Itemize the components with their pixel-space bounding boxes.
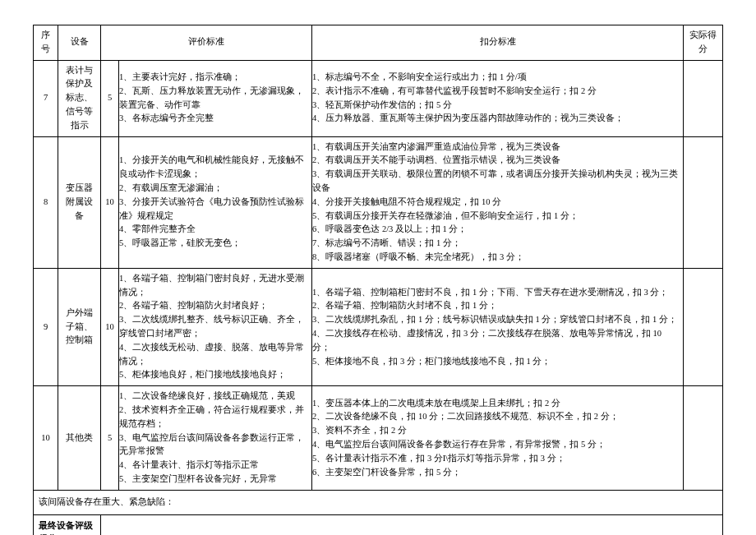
evaluation-table: 序号 设备 评价标准 扣分标准 实际得分 7表计与保护及标志、信号等指示51、主… [33,25,723,535]
cell-dev: 表计与保护及标志、信号等指示 [58,60,101,136]
cell-eval: 1、二次设备绝缘良好，接线正确规范，美观2、技术资料齐全正确，符合运行规程要求，… [119,386,312,491]
cell-dev: 户外端子箱、控制箱 [58,268,101,385]
cell-eval: 1、主要表计完好，指示准确；2、瓦斯、压力释放装置无动作，无渗漏现象，装置完备、… [119,60,312,136]
cell-score [684,386,723,491]
cell-weight: 5 [101,386,119,491]
cell-ded: 1、标志编号不全，不影响安全运行或出力；扣 1 分/项2、表计指示不准确，有可靠… [312,60,684,136]
defect-row: 该间隔设备存在重大、紧急缺陷： [34,490,723,514]
table-row: 7表计与保护及标志、信号等指示51、主要表计完好，指示准确；2、瓦斯、压力释放装… [34,60,723,136]
cell-seq: 10 [34,386,58,491]
cell-eval: 1、分接开关的电气和机械性能良好，无接触不良或动作卡涩现象；2、有载调压室无渗漏… [119,136,312,268]
cell-eval: 1、各端子箱、控制箱门密封良好，无进水受潮情况；2、各端子箱、控制箱防火封堵良好… [119,268,312,385]
cell-ded: 1、有载调压开关油室内渗漏严重造成油位异常，视为三类设备2、有载调压开关不能手动… [312,136,684,268]
cell-weight: 5 [101,60,119,136]
cell-seq: 7 [34,60,58,136]
cell-weight: 10 [101,268,119,385]
table-row: 8变压器附属设备101、分接开关的电气和机械性能良好，无接触不良或动作卡涩现象；… [34,136,723,268]
col-ded: 扣分标准 [312,25,684,61]
table-row: 10其他类51、二次设备绝缘良好，接线正确规范，美观2、技术资料齐全正确，符合运… [34,386,723,491]
col-seq: 序号 [34,25,58,61]
col-eval: 评价标准 [101,25,312,61]
cell-score [684,60,723,136]
cell-dev: 变压器附属设备 [58,136,101,268]
cell-seq: 8 [34,136,58,268]
cell-ded: 1、各端子箱、控制箱柜门密封不良，扣 1 分；下雨、下雪天存在进水受潮情况，扣 … [312,268,684,385]
table-row: 9户外端子箱、控制箱101、各端子箱、控制箱门密封良好，无进水受潮情况；2、各端… [34,268,723,385]
final-score-row: 最终设备评级得分 [34,514,723,535]
cell-dev: 其他类 [58,386,101,491]
cell-ded: 1、变压器本体上的二次电缆未放在电缆架上且未绑扎；扣 2 分2、二次设备绝缘不良… [312,386,684,491]
cell-weight: 10 [101,136,119,268]
cell-seq: 9 [34,268,58,385]
cell-score [684,136,723,268]
header-row: 序号 设备 评价标准 扣分标准 实际得分 [34,25,723,61]
col-score: 实际得分 [684,25,723,61]
cell-score [684,268,723,385]
col-dev: 设备 [58,25,101,61]
